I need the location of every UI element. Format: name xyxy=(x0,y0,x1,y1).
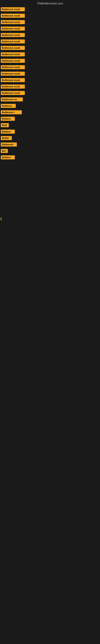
bottleneck-badge[interactable]: Bot xyxy=(1,149,8,153)
bottleneck-badge[interactable]: Bottleneck result xyxy=(1,65,25,69)
bottleneck-badge[interactable]: Bottlenec xyxy=(1,104,16,108)
bottleneck-badge[interactable]: Bottl xyxy=(1,123,9,127)
list-item[interactable]: Bottlene xyxy=(0,116,100,122)
list-item[interactable]: Bottleneck res xyxy=(0,96,100,103)
list-item[interactable]: Bottleneck result xyxy=(0,58,100,64)
list-item[interactable]: Bottleneck result xyxy=(0,32,100,38)
bottleneck-badge[interactable]: Bottleneck result xyxy=(1,78,25,82)
bottom-section xyxy=(0,221,100,342)
bottleneck-badge[interactable]: Bottleneck result xyxy=(1,7,25,11)
empty-section xyxy=(0,160,100,217)
list-item[interactable]: Bottleneck result xyxy=(0,25,100,32)
bottleneck-list: Bottleneck result Bottleneck result Bott… xyxy=(0,6,100,160)
bottleneck-badge[interactable]: Bottleneck result xyxy=(1,33,25,37)
bottleneck-badge[interactable]: Bottleneck result xyxy=(1,14,25,18)
bottleneck-badge[interactable]: Bottlene xyxy=(1,117,15,121)
list-item[interactable]: Bottleneck result xyxy=(0,6,100,12)
list-item[interactable]: Bottleneck result xyxy=(0,45,100,51)
bottom-indicator xyxy=(0,217,100,221)
list-item[interactable]: Bottleneck result xyxy=(0,77,100,83)
bottleneck-badge[interactable]: Bottleneck result xyxy=(1,91,25,95)
bottleneck-badge[interactable]: Bottleneck result xyxy=(1,46,25,50)
bottleneck-badge[interactable]: Bottleneck r xyxy=(1,110,22,114)
bottleneck-badge[interactable]: Bottler xyxy=(1,136,12,140)
bottleneck-badge[interactable]: Bottleneck xyxy=(1,142,17,146)
list-item[interactable]: Bottleneck result xyxy=(0,51,100,58)
bottleneck-badge[interactable]: Bottleneck res xyxy=(1,98,23,102)
list-item[interactable]: Bottleneck result xyxy=(0,83,100,90)
bottleneck-badge[interactable]: Bottleneck result xyxy=(1,40,25,44)
list-item[interactable]: Bottleneck result xyxy=(0,38,100,45)
bottleneck-badge[interactable]: Bottlene xyxy=(1,155,15,160)
list-item[interactable]: Bottleneck result xyxy=(0,12,100,19)
bottleneck-badge[interactable]: Bottleneck result xyxy=(1,20,25,24)
list-item[interactable]: Bot xyxy=(0,148,100,154)
list-item[interactable]: Bottlene xyxy=(0,128,100,135)
bottleneck-badge[interactable]: Bottleneck result xyxy=(1,52,25,56)
list-item[interactable]: Bottleneck xyxy=(0,141,100,148)
bottleneck-badge[interactable]: Bottleneck result xyxy=(1,72,25,76)
list-item[interactable]: Bottl xyxy=(0,122,100,128)
bottleneck-badge[interactable]: Bottlene xyxy=(1,130,15,134)
list-item[interactable]: Bottleneck result xyxy=(0,64,100,70)
bottleneck-badge[interactable]: Bottleneck result xyxy=(1,26,25,30)
list-item[interactable]: Bottlenec xyxy=(0,103,100,109)
list-item[interactable]: Bottleneck result xyxy=(0,90,100,96)
site-header: TheBottlenecker.com xyxy=(0,0,100,6)
list-item[interactable]: Bottlene xyxy=(0,154,100,160)
list-item[interactable]: Bottleneck r xyxy=(0,109,100,116)
list-item[interactable]: Bottleneck result xyxy=(0,19,100,25)
list-item[interactable]: Bottler xyxy=(0,135,100,141)
bottleneck-badge[interactable]: Bottleneck result xyxy=(1,84,25,88)
list-item[interactable]: Bottleneck result xyxy=(0,70,100,77)
site-title: TheBottlenecker.com xyxy=(37,2,63,5)
bottleneck-badge[interactable]: Bottleneck result xyxy=(1,59,25,63)
